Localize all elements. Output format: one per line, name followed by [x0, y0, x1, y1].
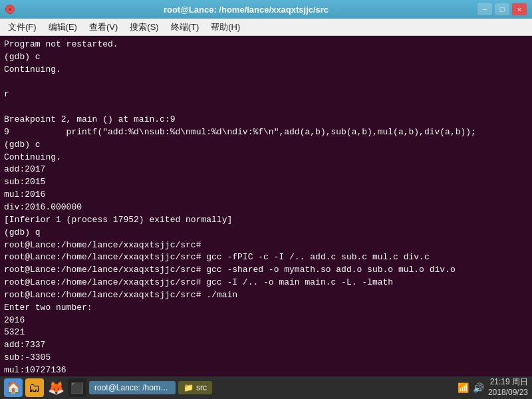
menu-item-v[interactable]: 查看(V): [84, 19, 123, 35]
menubar: 文件(F)编辑(E)查看(V)搜索(S)终端(T)帮助(H): [0, 19, 532, 36]
home-icon: 🏠: [6, 380, 21, 395]
menu-item-t[interactable]: 终端(T): [166, 19, 205, 35]
taskbar-firefox-icon[interactable]: 🦊: [47, 378, 65, 397]
folder-icon: 📁: [184, 383, 194, 392]
firefox-icon: 🦊: [48, 380, 65, 396]
menu-item-s[interactable]: 搜索(S): [124, 19, 164, 35]
titlebar: × root@Lance: /home/lance/xxaqxtsjjc/src…: [0, 0, 532, 19]
titlebar-title: root@Lance: /home/lance/xxaqxtsjjc/src: [15, 5, 477, 15]
taskbar-home-icon[interactable]: 🏠: [4, 378, 23, 397]
terminal-output: Program not restarted. (gdb) c Continuin…: [4, 39, 476, 376]
titlebar-left: ×: [5, 5, 15, 14]
files-icon: 🗂: [29, 381, 41, 395]
window-close-button[interactable]: ×: [5, 5, 15, 14]
clock: 21:19 周日 2018/09/23: [488, 377, 528, 398]
terminal-icon: ⬛: [70, 382, 84, 394]
minimize-button[interactable]: −: [477, 3, 492, 15]
taskbar: 🏠 🗂 🦊 ⬛ root@Lance: /home/lan... 📁 src 📶…: [0, 376, 532, 399]
folder-name: src: [196, 383, 207, 392]
maximize-button[interactable]: □: [495, 3, 509, 15]
taskbar-files-icon[interactable]: 🗂: [25, 378, 44, 397]
menu-item-h[interactable]: 帮助(H): [205, 19, 245, 35]
taskbar-terminal-label[interactable]: root@Lance: /home/lan...: [89, 381, 176, 394]
close-button[interactable]: ×: [512, 3, 527, 15]
taskbar-terminal-icon[interactable]: ⬛: [68, 378, 86, 397]
network-icon[interactable]: 📶: [458, 382, 469, 393]
titlebar-controls: − □ ×: [477, 3, 527, 15]
taskbar-folder-label[interactable]: 📁 src: [178, 381, 212, 394]
menu-item-f[interactable]: 文件(F): [3, 19, 42, 35]
terminal[interactable]: Program not restarted. (gdb) c Continuin…: [0, 36, 532, 376]
volume-icon[interactable]: 🔊: [473, 382, 484, 393]
menu-item-e[interactable]: 编辑(E): [43, 19, 82, 35]
clock-date: 2018/09/23: [488, 388, 528, 398]
taskbar-right: 📶 🔊 21:19 周日 2018/09/23: [458, 377, 528, 398]
clock-time: 21:19 周日: [488, 377, 528, 388]
